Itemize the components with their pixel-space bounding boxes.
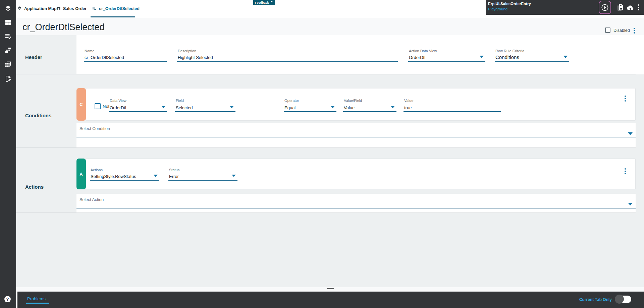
value-label: Value	[404, 99, 413, 103]
row-rule-criteria-label: Row Rule Criteria	[495, 49, 524, 53]
tab-application-map[interactable]: Application Map	[17, 0, 57, 17]
chevron-down-icon	[230, 106, 234, 108]
description-field-label: Description	[178, 49, 196, 53]
select-action-placeholder: Select Action	[79, 197, 104, 202]
left-toolbar: ?	[0, 0, 16, 308]
feedback-button[interactable]: Feedback	[253, 0, 275, 5]
overflow-menu-icon[interactable]	[638, 4, 639, 10]
application-map-tab-icon	[17, 6, 22, 11]
tab-problems[interactable]: Problems	[27, 296, 46, 301]
preview-play-button[interactable]	[601, 4, 609, 13]
cloud-upload-icon[interactable]	[626, 3, 635, 13]
action-row-menu-icon[interactable]	[625, 168, 626, 174]
chevron-down-icon	[331, 106, 335, 108]
app-layer[interactable]: Playground	[488, 7, 507, 11]
section-divider	[16, 74, 636, 74]
field-label: Field	[176, 99, 184, 103]
select-condition-row[interactable]: Select Condition	[76, 123, 636, 147]
data-view-value: OrderDtl	[110, 105, 126, 110]
status-value: Error	[169, 174, 179, 179]
select-condition-placeholder: Select Condition	[79, 126, 110, 131]
condition-data-view-dropdown[interactable]: Data View OrderDtl	[109, 99, 167, 112]
section-divider	[16, 147, 636, 148]
name-field[interactable]: Name cr_OrderDtlSelected	[84, 49, 167, 62]
chevron-down-icon	[161, 106, 165, 108]
current-tab-only-label: Current Tab Only	[579, 297, 612, 302]
page-layout-icon[interactable]	[4, 19, 12, 26]
value-field-value: Value	[344, 105, 355, 110]
feedback-label: Feedback	[255, 1, 269, 4]
header-section-label: Header	[25, 54, 42, 60]
page-overflow-menu-icon[interactable]	[634, 28, 635, 34]
chevron-down-icon[interactable]	[628, 132, 633, 135]
actions-value: SettingStyle.RowStatus	[91, 174, 136, 179]
description-field-value: Highlight Selected	[178, 55, 213, 60]
field-value: Selected	[176, 105, 193, 110]
data-view-label: Data View	[110, 99, 126, 103]
actions-dropdown[interactable]: Actions SettingStyle.RowStatus	[90, 168, 159, 181]
panel-drag-handle[interactable]	[327, 288, 334, 289]
action-data-view-value: OrderDtl	[409, 55, 425, 60]
chevron-down-icon	[480, 56, 484, 58]
help-glyph: ?	[6, 297, 9, 302]
action-badge-letter: A	[79, 172, 83, 177]
active-tab-underline	[91, 16, 135, 17]
tab-label: Sales Order	[63, 6, 87, 11]
app-info-panel: Erp.UI.SalesOrderEntry Playground	[486, 0, 644, 15]
condition-field-dropdown[interactable]: Field Selected	[175, 99, 235, 112]
tab-cr-orderdtlselected[interactable]: cr_OrderDtlSelected	[92, 0, 140, 17]
row-rule-criteria-value: Conditions	[495, 54, 519, 60]
name-field-label: Name	[85, 49, 94, 53]
page-title: cr_OrderDtlSelected	[22, 22, 105, 33]
conditions-section-label: Conditions	[25, 113, 51, 118]
value-input-value: true	[404, 105, 412, 110]
rule-tab-icon	[92, 6, 97, 12]
actions-label: Actions	[91, 168, 103, 172]
chevron-down-icon	[564, 56, 568, 58]
chevron-down-icon	[154, 175, 158, 177]
chevron-down-icon	[391, 106, 395, 108]
value-input[interactable]: Value true	[404, 99, 501, 112]
action-data-view-dropdown[interactable]: Action Data View OrderDtl	[408, 49, 485, 62]
problems-tab-underline	[26, 303, 49, 304]
rules-list-icon[interactable]	[4, 33, 12, 40]
section-divider	[16, 212, 636, 213]
current-tab-only-toggle[interactable]	[616, 296, 631, 303]
value-field-label: Value/Field	[344, 99, 362, 103]
tab-label: cr_OrderDtlSelected	[99, 6, 140, 11]
actions-section-label: Actions	[25, 184, 44, 190]
chevron-down-icon	[232, 175, 236, 177]
action-badge[interactable]: A	[76, 159, 86, 189]
disabled-checkbox[interactable]	[605, 27, 610, 33]
action-data-view-label: Action Data View	[409, 49, 437, 53]
grid-views-icon[interactable]	[4, 61, 12, 68]
data-flow-icon[interactable]	[4, 47, 12, 54]
select-condition-underline	[76, 137, 636, 137]
page-editor-icon[interactable]	[4, 75, 12, 82]
condition-badge[interactable]: C	[76, 88, 86, 121]
name-field-value: cr_OrderDtlSelected	[85, 55, 124, 60]
select-action-row[interactable]: Select Action	[76, 194, 636, 212]
sales-order-tab-icon	[56, 6, 61, 11]
app-studio-window: ? Application Map Sales Order cr_OrderDt…	[0, 0, 644, 308]
disabled-label: Disabled	[613, 28, 630, 33]
row-rule-criteria-dropdown[interactable]: Row Rule Criteria Conditions	[495, 49, 569, 62]
condition-row-menu-icon[interactable]	[625, 96, 626, 102]
description-field[interactable]: Description Highlight Selected	[177, 49, 398, 62]
tab-label: Application Map	[24, 6, 57, 11]
status-dropdown[interactable]: Status Error	[168, 168, 237, 181]
bottom-panel: Problems Current Tab Only	[17, 292, 644, 308]
feedback-flag-icon	[270, 1, 273, 4]
chevron-down-icon[interactable]	[628, 203, 633, 205]
save-icon[interactable]	[616, 4, 624, 12]
not-checkbox[interactable]	[95, 103, 101, 109]
operator-label: Operator	[284, 99, 299, 103]
operator-dropdown[interactable]: Operator Equal	[284, 99, 336, 112]
application-map-icon[interactable]	[4, 5, 12, 12]
value-field-dropdown[interactable]: Value/Field Value	[343, 99, 396, 112]
select-action-underline	[76, 208, 636, 208]
app-name: Erp.UI.SalesOrderEntry	[488, 2, 531, 6]
help-icon[interactable]: ?	[4, 296, 11, 302]
tab-sales-order[interactable]: Sales Order	[56, 0, 87, 17]
condition-badge-letter: C	[79, 102, 83, 107]
